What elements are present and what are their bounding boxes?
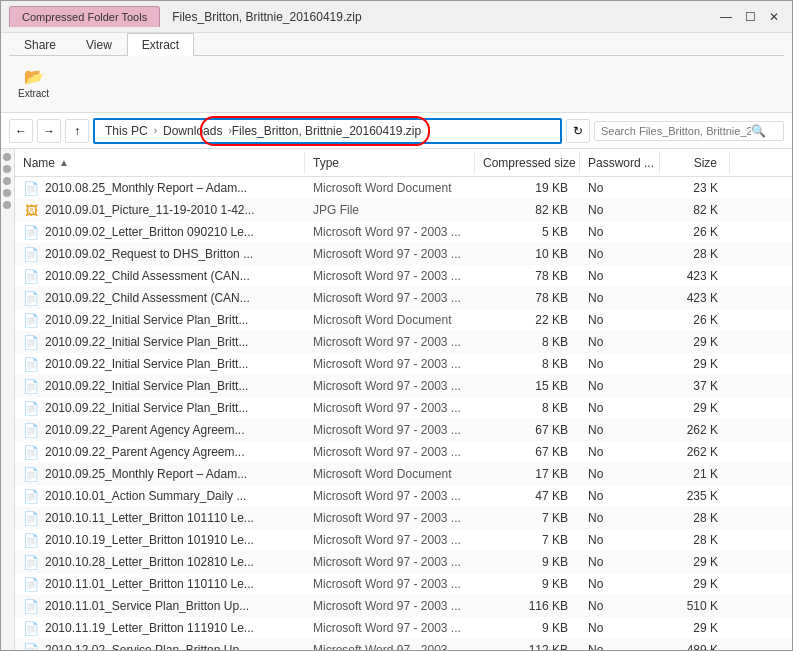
file-password-cell: No [580, 201, 660, 219]
table-row[interactable]: 📄 2010.10.01_Action Summary_Daily ... Mi… [15, 485, 792, 507]
file-csize-cell: 116 KB [475, 597, 580, 615]
table-row[interactable]: 📄 2010.09.22_Initial Service Plan_Britt.… [15, 353, 792, 375]
maximize-button[interactable]: ☐ [740, 7, 760, 27]
col-header-password[interactable]: Password ... [580, 152, 660, 174]
table-row[interactable]: 📄 2010.09.22_Parent Agency Agreem... Mic… [15, 441, 792, 463]
file-password-cell: No [580, 245, 660, 263]
file-type-cell: Microsoft Word 97 - 2003 ... [305, 531, 475, 549]
file-size-cell: 26 K [660, 223, 730, 241]
file-size-cell: 423 K [660, 289, 730, 307]
table-row[interactable]: 📄 2010.09.22_Parent Agency Agreem... Mic… [15, 419, 792, 441]
file-type-cell: Microsoft Word 97 - 2003 ... [305, 399, 475, 417]
back-button[interactable]: ← [9, 119, 33, 143]
file-name: 2010.11.01_Letter_Britton 110110 Le... [45, 577, 254, 591]
up-button[interactable]: ↑ [65, 119, 89, 143]
table-row[interactable]: 📄 2010.09.25_Monthly Report – Adam... Mi… [15, 463, 792, 485]
file-password-cell: No [580, 311, 660, 329]
file-csize-cell: 9 KB [475, 575, 580, 593]
file-name-cell: 📄 2010.12.02_Service Plan_Britton Up... [15, 640, 305, 651]
file-type-cell: Microsoft Word 97 - 2003 ... [305, 355, 475, 373]
table-row[interactable]: 📄 2010.09.02_Request to DHS_Britton ... … [15, 243, 792, 265]
refresh-button[interactable]: ↻ [566, 119, 590, 143]
file-name: 2010.09.02_Letter_Britton 090210 Le... [45, 225, 254, 239]
compressed-folder-tools-tab[interactable]: Compressed Folder Tools [9, 6, 160, 27]
file-name: 2010.10.01_Action Summary_Daily ... [45, 489, 246, 503]
col-header-type[interactable]: Type [305, 152, 475, 174]
file-size-cell: 82 K [660, 201, 730, 219]
file-password-cell: No [580, 465, 660, 483]
file-icon: 📄 [23, 334, 39, 350]
file-icon: 📄 [23, 378, 39, 394]
forward-button[interactable]: → [37, 119, 61, 143]
main-container: Name ▲ Type Compressed size Password ...… [1, 149, 792, 651]
file-name-cell: 📄 2010.10.11_Letter_Britton 101110 Le... [15, 508, 305, 528]
file-password-cell: No [580, 355, 660, 373]
file-name: 2010.09.22_Initial Service Plan_Britt... [45, 313, 248, 327]
table-row[interactable]: 📄 2010.09.02_Letter_Britton 090210 Le...… [15, 221, 792, 243]
file-icon: 📄 [23, 180, 39, 196]
file-name: 2010.09.22_Initial Service Plan_Britt... [45, 335, 248, 349]
table-row[interactable]: 📄 2010.12.02_Service Plan_Britton Up... … [15, 639, 792, 651]
table-row[interactable]: 📄 2010.09.22_Initial Service Plan_Britt.… [15, 397, 792, 419]
extract-all-button[interactable]: 📂 Extract [9, 62, 58, 104]
search-input[interactable] [601, 125, 751, 137]
table-row[interactable]: 📄 2010.09.22_Initial Service Plan_Britt.… [15, 375, 792, 397]
column-headers: Name ▲ Type Compressed size Password ...… [15, 149, 792, 177]
table-row[interactable]: 📄 2010.09.22_Child Assessment (CAN... Mi… [15, 287, 792, 309]
window-controls: — ☐ ✕ [716, 7, 784, 27]
file-password-cell: No [580, 553, 660, 571]
file-size-cell: 23 K [660, 179, 730, 197]
tab-extract[interactable]: Extract [127, 33, 194, 56]
file-type-cell: Microsoft Word 97 - 2003 ... [305, 553, 475, 571]
file-csize-cell: 67 KB [475, 421, 580, 439]
address-input[interactable] [232, 124, 554, 138]
table-row[interactable]: 📄 2010.08.25_Monthly Report – Adam... Mi… [15, 177, 792, 199]
file-name-cell: 📄 2010.08.25_Monthly Report – Adam... [15, 178, 305, 198]
tab-view[interactable]: View [71, 33, 127, 56]
ribbon-actions: 📂 Extract [9, 58, 784, 108]
file-icon: 📄 [23, 598, 39, 614]
col-header-size[interactable]: Size [660, 152, 730, 174]
table-row[interactable]: 📄 2010.09.22_Initial Service Plan_Britt.… [15, 331, 792, 353]
file-size-cell: 262 K [660, 443, 730, 461]
breadcrumb-thispc[interactable]: This PC [101, 122, 152, 140]
file-icon: 📄 [23, 246, 39, 262]
file-csize-cell: 67 KB [475, 443, 580, 461]
file-size-cell: 28 K [660, 245, 730, 263]
col-header-name[interactable]: Name ▲ [15, 152, 305, 174]
table-row[interactable]: 📄 2010.10.11_Letter_Britton 101110 Le...… [15, 507, 792, 529]
file-list: 📄 2010.08.25_Monthly Report – Adam... Mi… [15, 177, 792, 651]
file-icon: 📄 [23, 400, 39, 416]
breadcrumb-downloads[interactable]: Downloads [159, 122, 226, 140]
minimize-button[interactable]: — [716, 7, 736, 27]
tab-share[interactable]: Share [9, 33, 71, 56]
file-name-cell: 📄 2010.11.01_Service Plan_Britton Up... [15, 596, 305, 616]
file-size-cell: 29 K [660, 355, 730, 373]
file-icon: 📄 [23, 488, 39, 504]
nav-dot-5 [3, 201, 11, 209]
close-button[interactable]: ✕ [764, 7, 784, 27]
table-row[interactable]: 📄 2010.09.22_Child Assessment (CAN... Mi… [15, 265, 792, 287]
table-row[interactable]: 📄 2010.10.19_Letter_Britton 101910 Le...… [15, 529, 792, 551]
table-row[interactable]: 🖼 2010.09.01_Picture_11-19-2010 1-42... … [15, 199, 792, 221]
file-size-cell: 28 K [660, 509, 730, 527]
file-size-cell: 29 K [660, 553, 730, 571]
file-password-cell: No [580, 487, 660, 505]
file-password-cell: No [580, 267, 660, 285]
ribbon-group-extract: 📂 Extract [9, 62, 58, 104]
table-row[interactable]: 📄 2010.10.28_Letter_Britton 102810 Le...… [15, 551, 792, 573]
col-header-compressedsize[interactable]: Compressed size [475, 152, 580, 174]
table-row[interactable]: 📄 2010.09.22_Initial Service Plan_Britt.… [15, 309, 792, 331]
file-type-cell: Microsoft Word Document [305, 311, 475, 329]
file-csize-cell: 5 KB [475, 223, 580, 241]
table-row[interactable]: 📄 2010.11.19_Letter_Britton 111910 Le...… [15, 617, 792, 639]
file-size-cell: 21 K [660, 465, 730, 483]
breadcrumb: This PC › Downloads › [101, 122, 232, 140]
file-password-cell: No [580, 289, 660, 307]
table-row[interactable]: 📄 2010.11.01_Service Plan_Britton Up... … [15, 595, 792, 617]
file-icon: 📄 [23, 466, 39, 482]
table-row[interactable]: 📄 2010.11.01_Letter_Britton 110110 Le...… [15, 573, 792, 595]
file-type-cell: Microsoft Word 97 - 2003 ... [305, 245, 475, 263]
file-password-cell: No [580, 575, 660, 593]
file-password-cell: No [580, 179, 660, 197]
